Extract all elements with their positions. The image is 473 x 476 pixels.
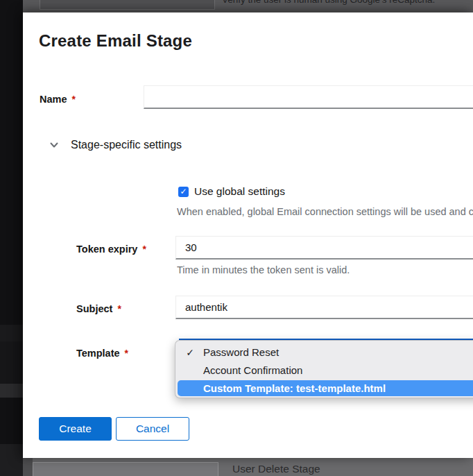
sidebar-item-shade — [0, 444, 23, 476]
subject-label: Subject* — [76, 303, 121, 314]
dimmed-form-control — [40, 0, 215, 10]
check-icon: ✓ — [182, 343, 198, 362]
dimmed-page-top: Verify the user is human using Google's … — [23, 0, 473, 12]
use-global-settings-help: When enabled, global Email connection se… — [177, 206, 473, 217]
use-global-settings-label: Use global settings — [194, 185, 285, 198]
create-button[interactable]: Create — [39, 417, 112, 441]
sidebar-item-shade — [0, 384, 23, 398]
dimmed-row-label: User Delete Stage — [232, 463, 320, 475]
modal-title: Create Email Stage — [39, 31, 192, 51]
dropdown-option-account-confirmation[interactable]: Account Confirmation — [175, 362, 473, 380]
create-email-stage-modal: Create Email Stage Name* Stage-specific … — [23, 12, 473, 458]
required-mark: * — [142, 244, 146, 255]
token-expiry-label: Token expiry* — [76, 244, 146, 255]
screen: Verify the user is human using Google's … — [0, 0, 473, 476]
use-global-settings-row: ✓ Use global settings — [178, 185, 285, 198]
chevron-down-icon[interactable] — [49, 140, 59, 150]
modal-shadow-edge — [23, 458, 33, 476]
token-expiry-help: Time in minutes the token sent is valid. — [177, 264, 473, 275]
app-sidebar — [0, 0, 23, 476]
dimmed-help-text: Verify the user is human using Google's … — [222, 0, 435, 5]
template-dropdown-menu: ✓ Password Reset Account Confirmation Cu… — [175, 340, 473, 398]
required-mark: * — [72, 94, 76, 105]
sidebar-item-shade — [0, 341, 23, 384]
cancel-button[interactable]: Cancel — [116, 417, 189, 441]
name-input[interactable] — [144, 85, 473, 109]
token-expiry-input[interactable] — [175, 236, 473, 260]
section-title: Stage-specific settings — [71, 139, 182, 151]
template-label: Template* — [76, 348, 128, 359]
use-global-settings-checkbox[interactable]: ✓ — [178, 187, 189, 197]
sidebar-item-shade — [0, 325, 23, 341]
subject-input[interactable] — [175, 296, 473, 319]
dimmed-table-cell — [33, 462, 218, 476]
name-label: Name* — [40, 94, 76, 105]
required-mark: * — [125, 348, 128, 359]
section-toggle-stage-specific[interactable]: Stage-specific settings — [49, 139, 182, 151]
dropdown-option-custom-template[interactable]: Custom Template: test-template.html — [178, 380, 473, 396]
dimmed-page-bottom: User Delete Stage — [23, 458, 473, 476]
required-mark: * — [117, 303, 121, 314]
dropdown-option-password-reset[interactable]: ✓ Password Reset — [175, 343, 473, 362]
